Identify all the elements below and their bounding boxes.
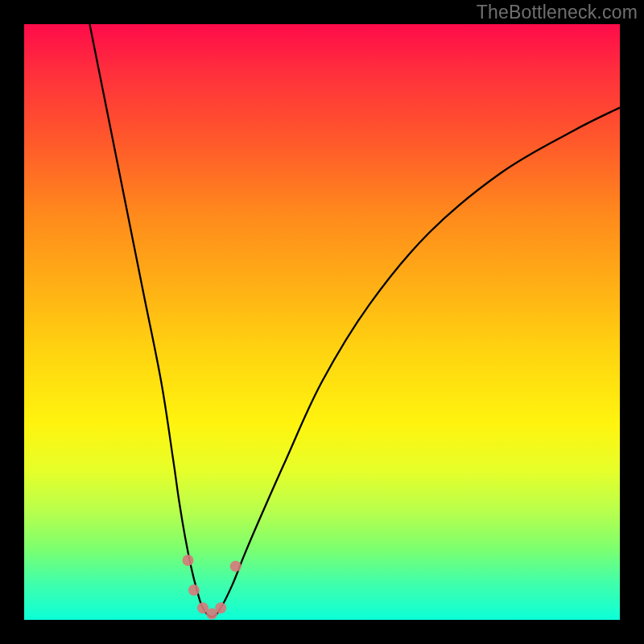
chart-frame (24, 24, 620, 620)
curve-markers (183, 555, 242, 620)
curve-marker (183, 555, 194, 566)
curve-marker (230, 560, 242, 572)
curve-marker (215, 602, 226, 613)
bottleneck-curve (89, 24, 620, 617)
curve-marker (188, 584, 200, 596)
watermark-text: TheBottleneck.com (477, 2, 638, 23)
chart-svg (24, 24, 620, 620)
